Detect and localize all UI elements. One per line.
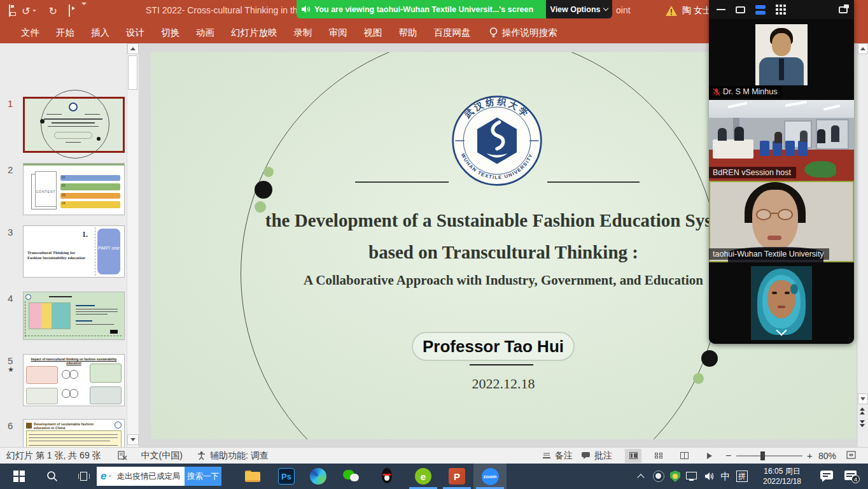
taskbar-search-button[interactable] <box>38 464 66 489</box>
presenter-pill[interactable]: Professor Tao Hui <box>412 332 575 361</box>
slide-thumbnail-4[interactable] <box>23 292 125 340</box>
zoom-slider-thumb[interactable] <box>760 451 765 460</box>
minimize-panel-button[interactable] <box>717 9 725 11</box>
slide-thumbnail-5[interactable]: Impact of transcultural thinking on fash… <box>23 354 125 406</box>
tray-antivirus-icon[interactable] <box>667 464 683 489</box>
tab-insert[interactable]: 插入 <box>83 22 118 43</box>
tray-360-safe-icon[interactable] <box>650 464 667 489</box>
zoom-percentage[interactable]: 80% <box>818 451 836 461</box>
search-icon <box>46 471 58 482</box>
tray-volume-icon[interactable] <box>701 464 718 489</box>
participant-label: Dr. S M Minhus <box>709 86 782 97</box>
tab-record[interactable]: 录制 <box>286 22 321 43</box>
customize-qat-button[interactable] <box>81 5 87 17</box>
fit-slide-button[interactable] <box>846 451 856 461</box>
slideshow-view-button[interactable] <box>701 449 718 463</box>
zoom-out-button[interactable]: − <box>725 450 731 462</box>
thumb-number-5: 5 <box>8 355 13 366</box>
accessibility-button[interactable]: 辅助功能: 调查 <box>197 450 269 462</box>
speaker-icon <box>704 471 715 481</box>
double-up-icon <box>860 411 865 415</box>
fit-window-icon <box>846 451 856 459</box>
tray-show-hidden-button[interactable] <box>633 464 649 489</box>
thumb-number-1: 1 <box>8 98 13 109</box>
notification-badge: 4 <box>851 475 860 483</box>
task-view-button[interactable] <box>70 464 98 489</box>
previous-slide-button[interactable] <box>860 408 865 415</box>
ie-icon: e <box>101 470 106 483</box>
reading-view-button[interactable] <box>676 449 692 463</box>
tab-help[interactable]: 帮助 <box>391 22 426 43</box>
thumb1-circle <box>41 90 109 159</box>
notification-center-button[interactable]: 4 <box>840 464 863 489</box>
participant-tile-1[interactable]: Dr. S M Minhus <box>709 19 854 100</box>
participant-name: Dr. S M Minhus <box>723 87 777 96</box>
notes-icon <box>542 452 551 460</box>
proofing-button[interactable] <box>118 451 127 460</box>
gallery-view-button[interactable] <box>755 5 766 15</box>
file-explorer-icon[interactable] <box>242 466 263 486</box>
tray-network-icon[interactable] <box>683 464 701 489</box>
taskbar-clock[interactable]: 16:05 周日 2022/12/18 <box>753 466 811 486</box>
grid-view-button[interactable] <box>776 4 786 15</box>
sorter-view-icon <box>655 453 662 459</box>
360-browser-icon[interactable]: e <box>413 466 433 486</box>
tab-baidu-netdisk[interactable]: 百度网盘 <box>426 22 479 43</box>
slide-scrollbar[interactable] <box>858 43 868 447</box>
powerpoint-icon[interactable]: P <box>447 466 467 486</box>
language-button[interactable]: 中文(中国) <box>141 450 183 462</box>
edge-browser-icon[interactable] <box>308 466 328 486</box>
start-button[interactable] <box>5 464 33 489</box>
zoom-slider[interactable] <box>736 455 802 457</box>
tab-transitions[interactable]: 切换 <box>153 22 188 43</box>
zoom-app-icon[interactable]: zoom <box>480 466 500 486</box>
slide-thumbnail-2[interactable]: CONTENT 01 02 03 04 <box>23 163 125 215</box>
university-logo[interactable]: 武汉纺织大学 WUHAN TEXTILE UNIVERSITY <box>451 94 543 187</box>
slide-sorter-view-button[interactable] <box>650 449 667 463</box>
slide-scroll-up-button[interactable] <box>858 43 868 54</box>
undo-button[interactable]: ↺ <box>22 5 37 17</box>
zoom-in-button[interactable]: + <box>807 450 813 461</box>
slide-date[interactable]: 2022.12.18 <box>151 376 856 392</box>
start-slideshow-button[interactable] <box>69 5 70 17</box>
speaker-view-button[interactable] <box>736 6 745 13</box>
tab-slideshow[interactable]: 幻灯片放映 <box>223 22 286 43</box>
tray-chat-icon-button[interactable] <box>816 464 837 489</box>
thumbnail-scroll-thumb[interactable] <box>128 55 137 90</box>
taskbar-web-searchbox[interactable]: e 走出疫情已成定局 搜索一下 <box>97 467 221 486</box>
participant-tile-3[interactable]: taohui-Wuhan Textile University <box>709 181 854 262</box>
slide-scroll-down-button[interactable] <box>858 393 868 404</box>
notes-button[interactable]: 备注 <box>542 450 573 462</box>
tab-home[interactable]: 开始 <box>48 22 83 43</box>
qq-icon[interactable] <box>377 466 397 486</box>
save-button[interactable] <box>9 5 10 17</box>
quick-access-toolbar: ↺ ↻ <box>9 0 87 22</box>
view-options-button[interactable]: View Options <box>546 0 612 18</box>
ime-language-button[interactable]: 中 <box>718 464 733 489</box>
tab-animations[interactable]: 动画 <box>188 22 223 43</box>
thumb3-part-label: PART one <box>97 229 120 274</box>
next-slide-button[interactable] <box>860 420 865 427</box>
participant-tile-4[interactable] <box>709 262 854 344</box>
tab-review[interactable]: 审阅 <box>321 22 356 43</box>
photoshop-icon[interactable]: Ps <box>276 466 297 486</box>
search-go-button[interactable]: 搜索一下 <box>185 467 221 486</box>
thumbnail-scroll-up-button[interactable] <box>127 43 139 54</box>
expand-participants-button[interactable] <box>774 326 789 339</box>
slide-thumbnail-3[interactable]: 1. Transcultural Thinking for Fashion Su… <box>23 225 125 278</box>
redo-button[interactable]: ↻ <box>48 5 57 17</box>
tab-file[interactable]: 文件 <box>13 22 48 43</box>
tab-design[interactable]: 设计 <box>118 22 153 43</box>
wechat-icon[interactable] <box>341 466 361 486</box>
participant-tile-2[interactable]: BdREN vSession host <box>709 100 854 181</box>
thumbnail-scroll-down-button[interactable] <box>127 434 139 445</box>
slide-thumbnail-1[interactable] <box>23 97 125 153</box>
participant-name: taohui-Wuhan Textile University <box>713 250 824 259</box>
tell-me-search[interactable]: 操作说明搜索 <box>479 27 557 39</box>
tab-view[interactable]: 视图 <box>356 22 391 43</box>
comments-button[interactable]: 批注 <box>581 450 612 462</box>
normal-view-button[interactable] <box>625 449 641 463</box>
popout-panel-button[interactable] <box>839 6 848 13</box>
ime-pinyin-button[interactable]: 拼 <box>734 464 750 489</box>
thumbnail-scrollbar[interactable] <box>127 43 138 447</box>
